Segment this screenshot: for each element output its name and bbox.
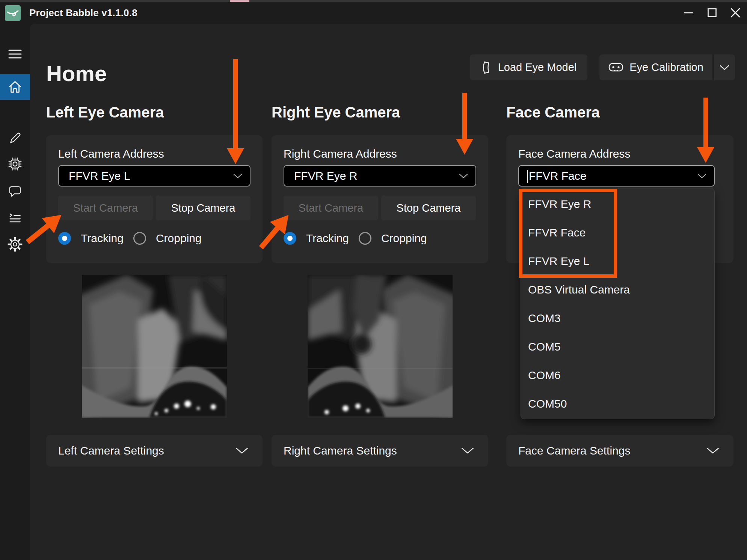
settings-label: Right Camera Settings: [284, 444, 397, 457]
annotation-arrow: [227, 59, 244, 164]
start-camera-button[interactable]: Start Camera: [58, 196, 153, 220]
address-label: Right Camera Address: [284, 148, 476, 160]
title-bar: Project Babble v1.1.0.8: [0, 2, 747, 24]
chevron-down-icon: [706, 447, 719, 454]
section-heading: Face Camera: [506, 103, 600, 121]
combobox-value: FFVR Eye L: [69, 170, 130, 182]
left-camera-settings-expander[interactable]: Left Camera Settings: [46, 435, 263, 467]
sidebar-item-algorithm[interactable]: [0, 151, 30, 177]
gear-icon: [8, 237, 23, 252]
window-title: Project Babble v1.1.0.8: [29, 2, 137, 24]
section-heading: Left Eye Camera: [46, 103, 164, 121]
dropdown-item[interactable]: COM50: [521, 390, 714, 418]
chevron-down-icon: [697, 173, 706, 179]
dropdown-item[interactable]: COM3: [521, 304, 714, 333]
chevron-down-icon: [233, 173, 242, 179]
radio-label: Cropping: [381, 232, 427, 245]
chevron-down-icon: [235, 447, 248, 454]
settings-label: Face Camera Settings: [518, 444, 630, 457]
address-label: Face Camera Address: [518, 148, 721, 160]
chip-icon: [8, 157, 22, 171]
radio-tracking[interactable]: Tracking: [58, 232, 124, 245]
window-controls: [677, 2, 747, 24]
sidebar-item-feedback[interactable]: [0, 178, 30, 204]
nav-toggle-button[interactable]: [0, 41, 30, 67]
radio-unselected-icon: [359, 232, 371, 245]
radio-label: Cropping: [156, 232, 202, 245]
right-camera-settings-expander[interactable]: Right Camera Settings: [272, 435, 488, 467]
app-logo-icon: [5, 5, 21, 21]
stop-camera-button[interactable]: Stop Camera: [381, 196, 476, 220]
section-heading: Right Eye Camera: [272, 103, 400, 121]
face-camera-address-combobox[interactable]: FFVR Face: [518, 165, 715, 187]
sidebar: [0, 24, 30, 560]
maximize-button[interactable]: [700, 2, 724, 24]
pencil-icon: [8, 131, 22, 145]
chevron-down-icon: [459, 173, 468, 179]
app-window: Project Babble v1.1.0.8: [0, 0, 747, 560]
start-camera-button[interactable]: Start Camera: [284, 196, 378, 220]
annotation-arrow: [456, 93, 473, 155]
text-caret: [527, 170, 528, 183]
list-icon: [8, 211, 22, 225]
radio-label: Tracking: [306, 232, 349, 245]
radio-cropping[interactable]: Cropping: [359, 232, 427, 245]
face-camera-settings-expander[interactable]: Face Camera Settings: [506, 435, 733, 467]
right-camera-preview: [308, 275, 453, 418]
chevron-down-icon: [461, 447, 474, 454]
close-button[interactable]: [724, 2, 747, 24]
stop-camera-button[interactable]: Stop Camera: [156, 196, 251, 220]
home-icon: [8, 80, 23, 95]
sidebar-item-logs[interactable]: [0, 205, 30, 231]
radio-selected-icon: [58, 232, 71, 245]
left-camera-address-combobox[interactable]: FFVR Eye L: [58, 165, 251, 187]
radio-tracking[interactable]: Tracking: [284, 232, 349, 245]
address-label: Left Camera Address: [58, 148, 251, 160]
combobox-value: FFVR Face: [529, 170, 586, 182]
settings-label: Left Camera Settings: [58, 444, 164, 457]
annotation-arrow: [697, 98, 714, 163]
left-camera-preview: [82, 275, 227, 418]
dropdown-item[interactable]: COM6: [521, 361, 714, 390]
right-camera-address-combobox[interactable]: FFVR Eye R: [284, 165, 476, 187]
combobox-value: FFVR Eye R: [294, 170, 357, 182]
radio-label: Tracking: [81, 232, 124, 245]
radio-unselected-icon: [133, 232, 146, 245]
hamburger-icon: [8, 49, 22, 59]
sidebar-item-home[interactable]: [0, 74, 30, 100]
dropdown-item[interactable]: OBS Virtual Camera: [521, 275, 714, 304]
radio-cropping[interactable]: Cropping: [133, 232, 202, 245]
minimize-button[interactable]: [677, 2, 700, 24]
dropdown-item[interactable]: COM5: [521, 333, 714, 361]
sidebar-item-edit[interactable]: [0, 125, 30, 151]
annotation-highlight-box: [519, 189, 617, 278]
chat-icon: [8, 184, 22, 198]
radio-selected-icon: [284, 232, 296, 245]
